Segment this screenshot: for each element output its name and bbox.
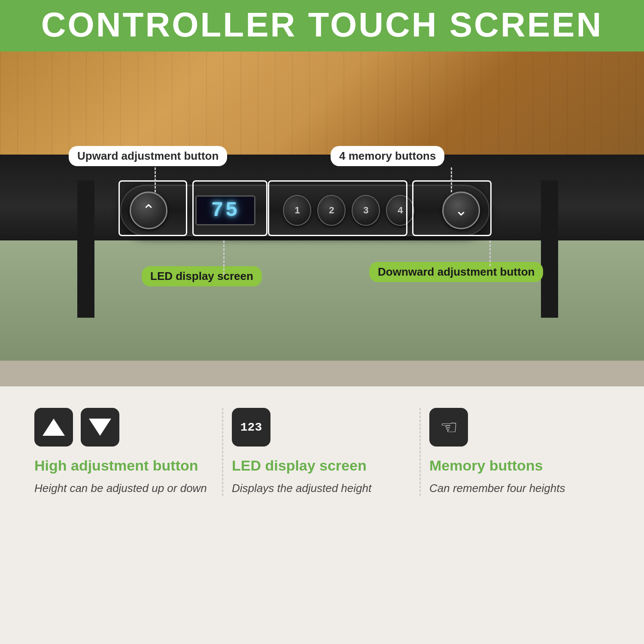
feature-led: 123 LED display screen Displays the adju… <box>223 408 421 496</box>
annotation-led: LED display screen <box>142 266 262 286</box>
adjustment-description: Height can be adjusted up or down <box>34 480 207 496</box>
memory-button-2[interactable]: 2 <box>317 195 346 226</box>
annotation-memory: 4 memory buttons <box>331 146 444 166</box>
desk-top-surface <box>0 52 644 155</box>
memory-heading: Memory buttons <box>429 457 543 474</box>
annotation-downward: Downward adjustment button <box>369 262 543 282</box>
dashed-line-downward <box>489 240 491 266</box>
adjustment-icons <box>34 408 119 447</box>
annotation-upward: Upward adjustment button <box>69 146 227 166</box>
hand-touch-icon: ☜ <box>440 417 458 437</box>
touch-icon-button: ☜ <box>429 408 468 447</box>
up-button[interactable]: ⌃ <box>130 191 167 229</box>
led-number-icon: 123 <box>232 408 270 447</box>
adjustment-heading: High adjustment button <box>34 457 198 474</box>
down-button[interactable]: ⌄ <box>442 191 480 229</box>
down-arrow-icon: ⌄ <box>455 203 468 218</box>
feature-memory: ☜ Memory buttons Can remember four heigh… <box>421 408 618 496</box>
controller-panel: ⌃ 75 1 2 3 4 ⌄ <box>120 185 489 236</box>
memory-icon-row: ☜ <box>429 408 468 447</box>
photo-section: ⌃ 75 1 2 3 4 ⌄ Upward adjustment button … <box>0 52 644 386</box>
main-title: CONTROLLER TOUCH SCREEN <box>13 8 631 42</box>
led-icon-row: 123 <box>232 408 270 447</box>
memory-button-4[interactable]: 4 <box>386 195 414 226</box>
memory-buttons-group: 1 2 3 4 <box>283 195 414 226</box>
features-section: High adjustment button Height can be adj… <box>0 386 644 627</box>
title-banner: CONTROLLER TOUCH SCREEN <box>0 0 644 52</box>
triangle-down-icon <box>89 419 111 436</box>
led-heading: LED display screen <box>232 457 367 474</box>
dashed-line-memory <box>451 167 452 192</box>
down-arrow-button-icon[interactable] <box>81 408 119 447</box>
feature-adjustment: High adjustment button Height can be adj… <box>26 408 223 496</box>
memory-button-3[interactable]: 3 <box>352 195 380 226</box>
triangle-up-icon <box>43 419 65 436</box>
led-display: 75 <box>195 195 255 225</box>
up-arrow-icon: ⌃ <box>142 203 155 218</box>
dashed-line-led <box>223 240 225 275</box>
desk-leg-left <box>77 180 94 318</box>
up-arrow-button-icon[interactable] <box>34 408 73 447</box>
dashed-line-upward <box>155 167 156 192</box>
memory-description: Can remember four heights <box>429 480 565 496</box>
desk-leg-right <box>541 180 558 318</box>
memory-button-1[interactable]: 1 <box>283 195 311 226</box>
led-description: Displays the adjusted height <box>232 480 371 496</box>
